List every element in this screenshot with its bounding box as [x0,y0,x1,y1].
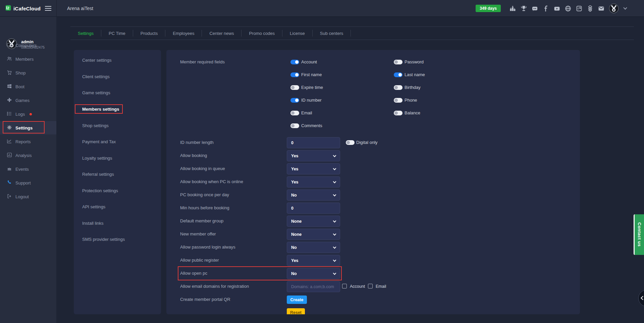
sidebar-item-logs[interactable]: Logs [0,107,56,121]
tab-center-news[interactable]: Center news [202,30,241,37]
menu-sms-provider-settings[interactable]: SMS provider settings [82,237,125,242]
chevron-down-icon [333,258,336,262]
phone-icon [7,180,12,186]
globe-icon[interactable] [565,5,571,12]
members-settings-panel: Member required fields Account First nam… [166,50,580,314]
toggle-digital-only[interactable] [346,140,355,145]
allow-booking-pc-online-select[interactable]: Yes [287,176,340,187]
allow-public-register-select[interactable]: Yes [287,255,340,266]
youtube-icon[interactable] [553,5,560,12]
app-logo[interactable]: 2 iCafeCloud [5,0,41,17]
menu-referral-settings[interactable]: Referral settings [82,172,114,177]
allow-password-login-always-select[interactable]: No [287,242,340,253]
menu-client-settings[interactable]: Client settings [82,74,110,79]
contact-us-tab[interactable]: Contact us [634,214,644,255]
tab-settings[interactable]: Settings [70,30,101,37]
collapse-chevron-button[interactable] [638,290,644,307]
tab-employees[interactable]: Employees [165,30,202,37]
sidebar-item-reports[interactable]: Reports [0,135,56,148]
sidebar-item-events[interactable]: Events [0,162,56,176]
mail-icon[interactable] [598,5,604,12]
checkbox-email[interactable] [368,284,373,288]
facebook-icon[interactable] [542,5,549,12]
line-chart-icon [7,139,12,145]
allow-booking-in-queue-label: Allow booking in queue [180,166,225,171]
toggle-first-name[interactable] [290,72,299,77]
tab-products[interactable]: Products [133,30,165,37]
toggle-expire-time[interactable] [290,85,299,90]
monitor-icon [7,42,12,49]
new-member-offer-select[interactable]: None [287,229,340,240]
allow-booking-select[interactable]: Yes [287,150,340,161]
hamburger-menu-icon[interactable] [45,6,51,12]
sidebar-item-settings[interactable]: Settings [0,121,56,134]
member-required-fields-label: Member required fields [180,59,225,65]
toggle-email-label: Email [301,110,312,116]
create-button[interactable]: Create [287,295,307,304]
tab-sub-centers[interactable]: Sub centers [313,30,351,37]
toggle-password[interactable] [394,60,402,64]
menu-loyalty-settings[interactable]: Loyalty settings [82,156,112,161]
sidebar-item-analysis[interactable]: Analysis [0,149,56,162]
chevron-down-icon [333,167,336,170]
default-member-group-select[interactable]: None [287,216,340,227]
sidebar-item-games[interactable]: Games [0,94,56,107]
toggle-phone[interactable] [394,98,402,103]
toggle-comments-label: Comments [301,123,322,128]
layers-icon[interactable] [587,5,593,12]
chevron-down-icon[interactable] [623,6,627,9]
sidebar-item-support[interactable]: Support [0,176,56,190]
ranking-podium-icon[interactable] [509,5,516,12]
pc-booking-once-per-day-select[interactable]: No [287,190,340,201]
min-hours-before-booking-input[interactable] [287,203,340,214]
chevron-down-icon [333,271,336,275]
sidebar-item-logout[interactable]: Logout [0,190,56,203]
toggle-last-name[interactable] [394,72,402,77]
center-name: Arena aiTest [67,0,93,17]
sidebar-item-shop[interactable]: Shop [0,66,56,79]
sidebar-item-computers[interactable]: Computers [0,39,56,52]
menu-install-links[interactable]: Install links [82,221,104,226]
menu-center-settings[interactable]: Center settings [82,58,111,63]
toggle-id-number[interactable] [290,98,299,103]
trophy-icon[interactable] [520,5,527,12]
email-domains-input[interactable] [287,281,340,292]
tab-promo-codes[interactable]: Promo codes [241,30,282,37]
tab-license[interactable]: License [282,30,313,37]
create-member-portal-qr-label: Create member portal QR [180,297,230,302]
allow-booking-in-queue-select[interactable]: Yes [287,163,340,174]
checkbox-account[interactable] [342,284,347,288]
license-days-badge[interactable]: 349 days [476,5,501,12]
checkbox-account-label: Account [350,284,365,289]
people-icon [7,56,12,62]
user-avatar[interactable] [609,3,619,13]
toggle-email[interactable] [290,111,299,115]
svg-text:2: 2 [7,6,9,10]
toggle-comments[interactable] [290,123,299,128]
allow-open-pc-select[interactable]: No [287,268,340,279]
reset-button[interactable]: Reset [287,308,305,314]
icafecloud-icon[interactable] [576,5,582,12]
tab-pc-time[interactable]: PC Time [101,30,133,37]
menu-members-settings[interactable]: Members settings [82,107,119,112]
sidebar-item-boot[interactable]: Boot [0,80,56,93]
sidebar-item-members[interactable]: Members [0,52,56,66]
toggle-birthday[interactable] [394,85,402,90]
menu-protection-settings[interactable]: Protection settings [82,188,118,194]
default-member-group-label: Default member group [180,218,223,224]
discord-icon[interactable] [531,5,538,12]
toggle-first-name-label: First name [301,72,322,77]
toggle-account[interactable] [290,60,299,64]
menu-payment-and-tax[interactable]: Payment and Tax [82,139,116,145]
toggle-balance[interactable] [394,111,402,115]
chevron-left-icon [641,296,644,300]
menu-shop-settings[interactable]: Shop settings [82,123,109,128]
id-number-length-input[interactable] [287,137,340,148]
topbar-divider [56,0,57,17]
toggle-birthday-label: Birthday [405,85,421,90]
menu-game-settings[interactable]: Game settings [82,90,110,96]
list-icon [7,111,12,117]
menu-api-settings[interactable]: API settings [82,204,105,210]
allow-booking-label: Allow booking [180,153,207,158]
chevron-down-icon [333,219,336,222]
